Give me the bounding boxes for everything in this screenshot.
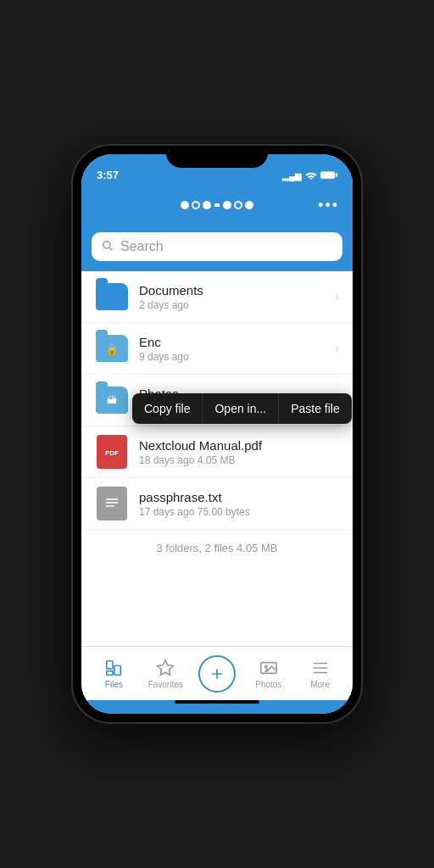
nav-item-favorites[interactable]: Favorites [140,659,192,689]
svg-rect-10 [107,660,113,668]
folder-photo-icon: 🏔 [95,383,129,417]
svg-rect-11 [114,665,120,675]
file-name: Documents [139,283,335,298]
photos-row-wrapper: 🏔 Photos 10 days ago › Copy file Open in… [81,375,353,426]
svg-point-17 [264,665,267,668]
paste-file-button[interactable]: Paste file [279,393,352,424]
file-info: Enc 9 days ago [139,335,335,363]
file-info: Documents 2 days ago [139,283,335,311]
txt-icon [95,487,129,520]
status-icons: ▂▄▆ [282,170,337,181]
svg-rect-0 [320,171,335,179]
file-name: passphrase.txt [139,490,339,504]
battery-icon [320,170,337,181]
context-menu: Copy file Open in... Paste file [132,393,352,424]
list-item[interactable]: 🔒 Enc 9 days ago › [81,323,353,375]
file-meta: 9 days ago [139,351,335,363]
logo-circle-2 [192,201,200,209]
chevron-right-icon: › [335,342,339,355]
file-name: Nextcloud Manual.pdf [139,438,339,453]
svg-text:PDF: PDF [105,449,119,457]
more-nav-label: More [310,680,330,689]
home-indicator [175,700,259,704]
logo-circle-3 [203,201,211,209]
logo-circle-4 [223,201,231,209]
svg-marker-13 [158,659,173,674]
nav-item-more[interactable]: More [294,659,346,689]
favorites-icon [156,659,175,677]
favorites-label: Favorites [148,680,183,689]
file-info: Nextcloud Manual.pdf 18 days ago 4.05 MB [139,438,339,466]
list-item[interactable]: Documents 2 days ago › [81,271,353,323]
search-icon [102,240,114,254]
search-bar-container: Search [81,225,353,271]
folder-icon [95,280,129,314]
lock-symbol: 🔒 [105,342,119,355]
svg-rect-1 [336,173,337,176]
photos-nav-label: Photos [255,680,281,689]
folder-lock-icon: 🔒 [95,331,129,365]
documents-folder-icon [96,283,128,310]
logo-circle-5 [234,201,242,209]
logo-circle-1 [181,201,189,209]
wifi-icon [305,170,317,181]
files-icon [104,659,123,677]
more-nav-icon [311,659,330,677]
app-logo [181,201,253,209]
file-list: Documents 2 days ago › 🔒 Enc 9 days ago … [81,271,353,646]
plus-icon [209,665,225,682]
photos-nav-icon [259,659,278,677]
list-item[interactable]: passphrase.txt 17 days ago 75.00 bytes [81,478,353,530]
open-in-button[interactable]: Open in... [203,393,279,424]
file-meta: 17 days ago 75.00 bytes [139,506,339,518]
more-button[interactable]: ••• [318,197,339,214]
summary-text: 3 folders, 2 files 4.05 MB [81,530,353,566]
home-indicator-bar [81,700,353,714]
chevron-right-icon: › [335,290,339,303]
photos-folder-icon: 🏔 [96,387,128,414]
app-header: ••• [81,185,353,225]
notch [166,146,268,168]
phone-frame: 3:57 ▂▄▆ [73,146,361,722]
file-meta: 18 days ago 4.05 MB [139,454,339,466]
list-item[interactable]: PDF Nextcloud Manual.pdf 18 days ago 4.0… [81,426,353,478]
nav-item-photos[interactable]: Photos [242,659,294,689]
file-info: passphrase.txt 17 days ago 75.00 bytes [139,490,339,518]
svg-line-3 [109,248,112,250]
status-time: 3:57 [97,169,119,181]
nav-item-add[interactable] [192,655,243,693]
enc-folder-icon: 🔒 [96,335,128,362]
search-placeholder: Search [120,239,164,254]
signal-icon: ▂▄▆ [282,171,302,181]
file-meta: 2 days ago [139,299,335,311]
pdf-file-icon: PDF [97,435,127,469]
svg-rect-6 [103,492,121,515]
bottom-nav: Files Favorites [81,646,353,700]
copy-file-button[interactable]: Copy file [132,393,203,424]
photo-symbol: 🏔 [107,394,117,406]
nav-item-files[interactable]: Files [88,659,140,689]
add-button[interactable] [198,655,236,693]
svg-point-2 [103,241,110,248]
pdf-icon: PDF [95,435,129,469]
files-label: Files [105,680,123,689]
logo-circle-6 [245,201,253,209]
txt-file-icon [97,487,127,520]
svg-rect-12 [107,670,113,675]
search-input-wrap[interactable]: Search [92,232,342,261]
file-name: Enc [139,335,335,349]
phone-screen: 3:57 ▂▄▆ [81,154,353,714]
